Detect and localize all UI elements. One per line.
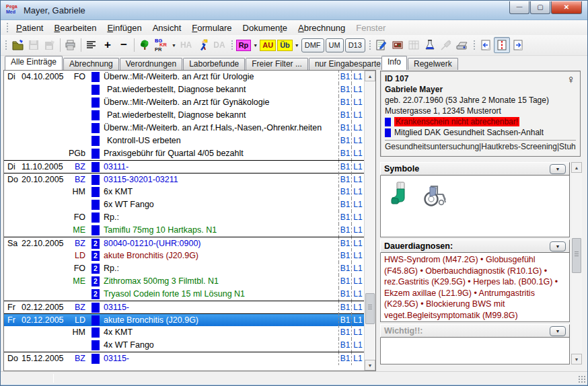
info-tab-regelwerk[interactable]: Regelwerk xyxy=(408,58,458,70)
info-scroll-up-icon[interactable]: ▲ xyxy=(571,162,582,173)
scroll-down-icon[interactable]: ▼ xyxy=(365,360,375,371)
menu-bearbeiten[interactable]: Bearbeiten xyxy=(48,22,102,34)
record-row[interactable]: HM4x KMTB1L1 xyxy=(4,326,364,339)
open-patient-icon[interactable] xyxy=(9,37,26,53)
record-row[interactable]: 4x WT FangoB1L1 xyxy=(4,339,364,352)
filter-tab-5[interactable]: nur Eingabesparte xyxy=(309,58,387,70)
record-row[interactable]: Do20.10.2005BZ03115-30201-03211B1L1 xyxy=(4,173,364,186)
print-icon[interactable] xyxy=(63,37,79,53)
record-row[interactable]: FORp.:B1L1 xyxy=(4,211,364,224)
record-row[interactable]: PGbPraxisgebühr für Quartal 4/05 bezahlt… xyxy=(4,147,364,160)
record-row[interactable]: 2Tryasol Codein forte 15 ml Lösung N1B1L… xyxy=(4,288,364,301)
add-entry-icon[interactable]: + xyxy=(100,37,116,53)
record-row[interactable]: 6x WT FangoB1L1 xyxy=(4,198,364,211)
da-button[interactable]: DA xyxy=(211,37,227,53)
menu-formulare[interactable]: Formulare xyxy=(186,22,237,34)
ueb-button[interactable]: Üb xyxy=(277,37,293,53)
filter-tab-4[interactable]: Freier Filter ... xyxy=(246,58,308,70)
record-row[interactable]: Fr02.12.2005LDakute Bronchitis (J20.9G)B… xyxy=(4,313,364,326)
dmf-button[interactable]: DMF xyxy=(301,38,324,52)
symbole-title: Symbole xyxy=(384,164,419,173)
wheelchair-icon xyxy=(421,181,448,208)
record-scrollbar[interactable]: ▲ ▼ xyxy=(364,71,375,371)
bg-kr-pr-button[interactable]: BGKRPR xyxy=(153,37,170,53)
record-row[interactable]: Do15.12.2005BZ03115-B1L1 xyxy=(4,352,364,364)
entry-marker xyxy=(91,162,100,172)
rp-button[interactable]: Rp xyxy=(235,37,252,53)
entry-marker xyxy=(91,123,100,133)
filter-tab-2[interactable]: Verordnungen xyxy=(120,58,182,70)
filter-tab-0[interactable]: Alle Einträge xyxy=(5,56,63,70)
maximize-button[interactable]: ▢ xyxy=(530,1,550,14)
record-row[interactable]: Kontroll-US erbetenB1L1 xyxy=(4,134,364,147)
record-row[interactable]: HM6x KMTB1L1 xyxy=(4,186,364,198)
symbole-content xyxy=(380,176,570,237)
record-row[interactable]: ME2Zithromax 500mg 3 Filmtbl. N1B1L1 xyxy=(4,275,364,288)
entry-marker xyxy=(91,340,100,350)
resize-grip[interactable] xyxy=(578,375,586,383)
pane-left-button[interactable] xyxy=(478,37,494,53)
tree-icon[interactable] xyxy=(137,37,153,53)
menu-einfügen[interactable]: Einfügen xyxy=(102,22,147,34)
info-tab-info[interactable]: Info xyxy=(381,56,407,70)
ha-button[interactable]: HA xyxy=(178,37,194,53)
minimize-button[interactable]: — xyxy=(509,1,529,14)
filter-tab-1[interactable]: Abrechnung xyxy=(63,58,119,70)
rp-dropdown-icon[interactable]: ▼ xyxy=(253,43,258,48)
status-bar xyxy=(1,371,587,385)
entry-list-icon[interactable] xyxy=(83,37,100,53)
au-button[interactable]: AU xyxy=(259,37,277,53)
filter-tab-3[interactable]: Laborbefunde xyxy=(183,58,245,70)
record-row[interactable]: Fr02.12.2005BZ03115-B1L1 xyxy=(4,301,364,313)
menu-patient[interactable]: Patient xyxy=(11,22,48,34)
info-scroll-thumb[interactable] xyxy=(572,238,581,273)
menu-bar: PatientBearbeitenEinfügenAnsichtFormular… xyxy=(1,20,587,35)
injection-icon[interactable] xyxy=(438,37,454,53)
record-row[interactable]: Pat.wiederbestellt, Diagnose bekanntB1L1 xyxy=(4,109,364,122)
bg-kr-pr-dropdown-icon[interactable]: ▼ xyxy=(172,43,176,48)
record-row[interactable]: Di11.10.2005BZ03111-B1L1 xyxy=(4,160,364,173)
menu-dokumente[interactable]: Dokumente xyxy=(237,22,293,34)
image-icon[interactable] xyxy=(390,37,406,53)
um-button[interactable]: UM xyxy=(326,38,344,52)
symbole-dropdown-button[interactable]: ▼ xyxy=(550,164,566,174)
record-row[interactable]: Di04.10.2005FOÜberw.:Mit-/Weiterb. an Ar… xyxy=(4,71,364,83)
wichtig-dropdown-button[interactable]: ▼ xyxy=(550,326,566,336)
record-row[interactable]: LD2akute Bronchitis (J20.9G)B1L1 xyxy=(4,249,364,262)
patient-name: Gabriele Mayer xyxy=(385,84,576,95)
save-send-icon[interactable] xyxy=(42,37,58,53)
screening-list: Gesundheitsuntersuchung|Hautkrebs-Screen… xyxy=(385,140,576,151)
ueb-dropdown-icon[interactable]: ▼ xyxy=(295,43,299,48)
record-row[interactable]: FO2Rp.:B1L1 xyxy=(4,262,364,275)
pane-split-button[interactable] xyxy=(494,37,510,53)
lab-flask-icon[interactable] xyxy=(422,37,438,53)
info-scroll-down-icon[interactable]: ▼ xyxy=(571,354,582,364)
remove-entry-icon[interactable]: − xyxy=(116,37,132,53)
scroll-track[interactable] xyxy=(365,81,375,360)
info-tabs: InfoRegelwerk xyxy=(379,56,586,70)
pane-right-button[interactable] xyxy=(510,37,526,53)
scroll-thumb[interactable] xyxy=(365,293,375,324)
d13-button[interactable]: D13 xyxy=(345,38,365,52)
record-row[interactable]: METamiflu 75mg 10 Hartkaps. N1B1L1 xyxy=(4,224,364,237)
entry-marker: 2 xyxy=(91,251,100,261)
note-edit-icon[interactable] xyxy=(373,37,390,53)
close-button[interactable]: ✕ xyxy=(551,1,582,14)
menu-ansicht[interactable]: Ansicht xyxy=(147,22,187,34)
record-row[interactable]: Sa22.10.2005BZ280040-01210-(UHR:0900)B1L… xyxy=(4,237,364,249)
entry-marker: 2 xyxy=(91,289,100,299)
record-row[interactable]: Pat.wiederbestellt, Diagnose bekanntB1L1 xyxy=(4,83,364,96)
menu-abrechnung[interactable]: Abrechnung xyxy=(293,22,351,34)
scroll-up-icon[interactable]: ▲ xyxy=(365,71,375,81)
scanner-icon[interactable] xyxy=(454,37,470,53)
record-row[interactable]: Überw.:Mit-/Weiterb. an Arzt für Gynäkol… xyxy=(4,96,364,109)
record-row[interactable]: Überw.:Mit-/Weiterb. an Arzt f.Hals,-Nas… xyxy=(4,122,364,134)
table-icon[interactable] xyxy=(406,37,422,53)
info-scroll-track[interactable] xyxy=(571,173,582,354)
patient-address: Mustergasse 1, 12345 Musterort xyxy=(385,106,576,116)
patient-figure-icon[interactable] xyxy=(194,37,211,53)
info-scrollbar[interactable]: ▲ ▼ xyxy=(571,162,582,364)
save-icon[interactable] xyxy=(26,37,42,53)
entry-marker xyxy=(91,354,100,364)
dauerdiagnosen-dropdown-button[interactable]: ▼ xyxy=(550,241,566,252)
